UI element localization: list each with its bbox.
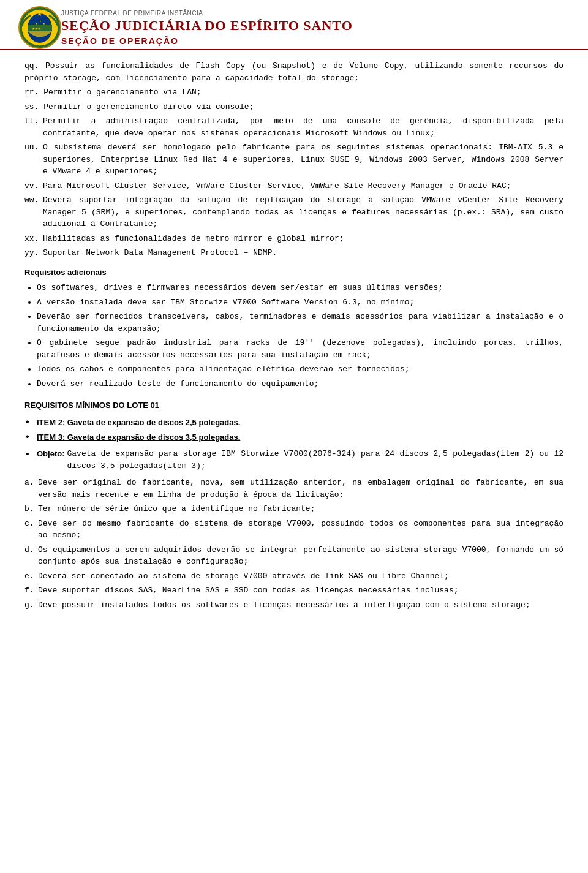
- paragraph-ww-label: ww.: [24, 194, 43, 230]
- bullet-item: Deverão ser fornecidos transceivers, cab…: [37, 311, 564, 334]
- paragraph-uu-label: uu.: [24, 142, 43, 178]
- main-content: qq. Possuir as funcionalidades de Flash …: [0, 55, 588, 625]
- alpha-list: a.Deve ser original do fabricante, nova,…: [24, 477, 564, 611]
- objeto-text: Gaveta de expansão para storage IBM Stor…: [67, 448, 564, 472]
- alpha-item-text: Deve possuir instalados todos os softwar…: [38, 599, 564, 611]
- svg-text:★: ★: [43, 21, 45, 26]
- paragraph-ww: ww. Deverá suportar integração da soluçã…: [24, 194, 564, 230]
- alpha-item: a.Deve ser original do fabricante, nova,…: [24, 477, 564, 501]
- paragraph-uu: uu. O subsistema deverá ser homologado p…: [24, 142, 564, 178]
- header-title: Seção Judiciária do Espírito Santo: [61, 18, 353, 34]
- item3-label: ITEM 3: Gaveta de expansão de discos 3,5…: [37, 431, 564, 444]
- svg-text:★: ★: [36, 21, 38, 26]
- header: ★★★ ★ ★ ★ Justiça Federal de Primeira In…: [0, 0, 588, 50]
- alpha-item-text: Deve suportar discos SAS, NearLine SAS e…: [38, 584, 564, 597]
- alpha-item: f.Deve suportar discos SAS, NearLine SAS…: [24, 584, 564, 597]
- paragraph-ss: ss. Permitir o gerenciamento direto via …: [24, 101, 564, 113]
- paragraph-vv-label: vv.: [24, 180, 43, 192]
- paragraph-tt: tt. Permitir a administração centralizad…: [24, 115, 564, 139]
- header-subtitle: Seção de Operação: [61, 36, 353, 46]
- paragraph-vv: vv. Para Microsoft Cluster Service, VmWa…: [24, 180, 564, 192]
- paragraph-tt-label: tt.: [24, 115, 43, 139]
- item2-bullet-marker: •: [24, 417, 37, 429]
- bullet-item: Os softwares, drives e firmwares necessá…: [37, 282, 564, 294]
- paragraph-tt-text: Permitir a administração centralizada, p…: [43, 115, 564, 139]
- objeto-bullet-marker: ▪: [24, 448, 37, 472]
- bullet-item: O gabinete segue padrão industrial para …: [37, 337, 564, 361]
- alpha-item-label: c.: [24, 518, 38, 542]
- header-logo: ★★★ ★ ★ ★: [18, 6, 61, 49]
- paragraph-xx-text: Habilitadas as funcionalidades de metro …: [43, 233, 564, 245]
- paragraph-ss-text: ss. Permitir o gerenciamento direto via …: [24, 101, 564, 113]
- svg-text:★: ★: [39, 19, 42, 23]
- requisitos-heading: Requisitos adicionais: [24, 266, 564, 279]
- requisitos-minimos-title: REQUISITOS MÍNIMOS do LOTE 01: [24, 399, 564, 412]
- paragraph-qq: qq. Possuir as funcionalidades de Flash …: [24, 60, 564, 84]
- alpha-item: e.Deverá ser conectado ao sistema de sto…: [24, 570, 564, 583]
- bullet-item: Todos os cabos e componentes para alimen…: [37, 363, 564, 376]
- paragraph-xx-label: xx.: [24, 233, 43, 245]
- paragraph-ww-text: Deverá suportar integração da solução de…: [43, 194, 564, 230]
- paragraph-uu-text: O subsistema deverá ser homologado pelo …: [43, 142, 564, 178]
- alpha-item-label: a.: [24, 477, 38, 501]
- alpha-item-text: Ter número de série único que a identifi…: [38, 503, 564, 515]
- item2-label: ITEM 2: Gaveta de expansão de discos 2,5…: [37, 417, 564, 429]
- header-text-block: Justiça Federal de Primeira Instância Se…: [61, 10, 353, 46]
- objeto-label: Objeto:: [37, 448, 65, 472]
- alpha-item-label: f.: [24, 584, 38, 597]
- paragraph-yy-label: yy.: [24, 247, 43, 259]
- alpha-item-text: Deve ser do mesmo fabricante do sistema …: [38, 518, 564, 542]
- item2-bullet: • ITEM 2: Gaveta de expansão de discos 2…: [24, 417, 564, 429]
- objeto-line: ▪ Objeto: Gaveta de expansão para storag…: [24, 448, 564, 472]
- alpha-item: b.Ter número de série único que a identi…: [24, 503, 564, 515]
- bullet-item: A versão instalada deve ser IBM Storwize…: [37, 297, 564, 309]
- svg-text:★★★: ★★★: [32, 26, 41, 31]
- bullet-item: Deverá ser realizado teste de funcioname…: [37, 378, 564, 390]
- alpha-item-label: g.: [24, 599, 38, 611]
- alpha-item-text: Os equipamentos a serem adquiridos dever…: [38, 544, 564, 568]
- paragraph-xx: xx. Habilitadas as funcionalidades de me…: [24, 233, 564, 245]
- requisitos-bullet-list: Os softwares, drives e firmwares necessá…: [37, 282, 564, 390]
- item3-bullet-marker: •: [24, 431, 37, 444]
- alpha-item-label: e.: [24, 570, 38, 583]
- alpha-item-label: b.: [24, 503, 38, 515]
- paragraph-rr-text: rr. Permitir o gerenciamento via LAN;: [24, 86, 564, 99]
- alpha-item-text: Deverá ser conectado ao sistema de stora…: [38, 570, 564, 583]
- alpha-item: g.Deve possuir instalados todos os softw…: [24, 599, 564, 611]
- paragraph-yy: yy. Suportar Network Data Management Pro…: [24, 247, 564, 259]
- alpha-item-text: Deve ser original do fabricante, nova, s…: [38, 477, 564, 501]
- alpha-item: d.Os equipamentos a serem adquiridos dev…: [24, 544, 564, 568]
- alpha-item-label: d.: [24, 544, 38, 568]
- paragraph-vv-text: Para Microsoft Cluster Service, VmWare C…: [43, 180, 564, 192]
- paragraph-rr: rr. Permitir o gerenciamento via LAN;: [24, 86, 564, 99]
- paragraph-yy-text: Suportar Network Data Management Protoco…: [43, 247, 564, 259]
- item3-bullet: • ITEM 3: Gaveta de expansão de discos 3…: [24, 431, 564, 444]
- header-top-line: Justiça Federal de Primeira Instância: [61, 10, 353, 17]
- alpha-item: c.Deve ser do mesmo fabricante do sistem…: [24, 518, 564, 542]
- paragraph-qq-text: qq. Possuir as funcionalidades de Flash …: [24, 60, 564, 84]
